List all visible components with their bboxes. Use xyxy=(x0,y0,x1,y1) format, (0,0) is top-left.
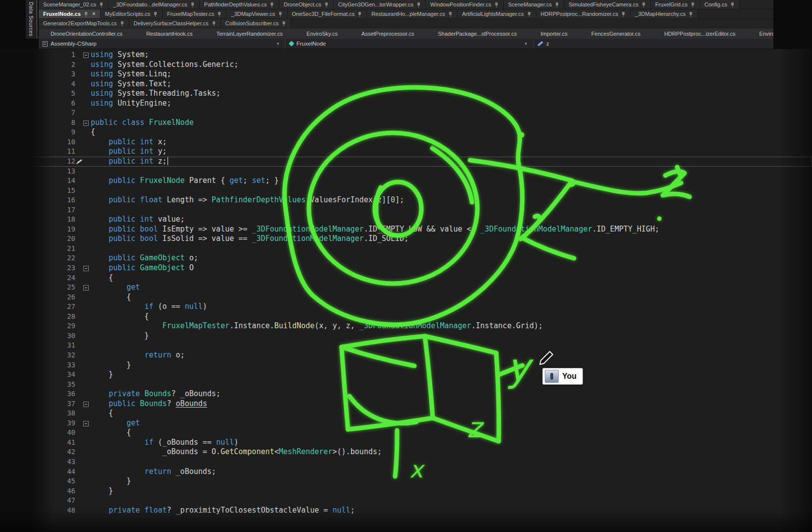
code-line[interactable]: 33 } xyxy=(0,360,812,370)
editor-tab[interactable]: CollisionSubscriber.cs xyxy=(221,19,291,28)
pin-icon[interactable] xyxy=(324,2,329,7)
chevron-down-icon[interactable]: ▾ xyxy=(277,41,281,46)
pin-icon[interactable] xyxy=(416,2,421,7)
editor-tab[interactable]: SimulatedFisheyeCamera.cs xyxy=(564,0,651,9)
code-line[interactable]: 25 get xyxy=(0,283,812,293)
code-line[interactable]: 44 return _oBounds; xyxy=(0,467,812,477)
code-line[interactable]: 34 } xyxy=(0,370,812,380)
pin-icon[interactable] xyxy=(689,11,693,17)
editor-tab[interactable]: FencesGenerator.cs xyxy=(580,28,652,39)
editor-tab[interactable]: OneSec3D_FileFormat.cs xyxy=(288,9,367,18)
editor-tab[interactable]: DeliverySurfaceClassHelper.cs xyxy=(129,19,221,28)
code-line[interactable]: 18 public int value; xyxy=(0,215,812,225)
code-line[interactable]: 8public class FruxelNode xyxy=(0,118,812,128)
editor-tab[interactable]: ArtificialLightsManager.cs xyxy=(458,9,536,18)
code-line[interactable]: 39 get xyxy=(0,418,812,428)
code-line[interactable]: 32 return o; xyxy=(0,351,812,360)
code-line[interactable]: 2using System.Collections.Generic; xyxy=(0,60,812,70)
editor-tab[interactable]: HDRPPostproc...Randomizer.cs xyxy=(536,9,631,18)
code-line[interactable]: 5using System.Threading.Tasks; xyxy=(0,89,812,99)
pin-icon[interactable] xyxy=(527,11,531,17)
editor-tab[interactable]: EnviroSky.cs xyxy=(294,28,349,39)
pin-icon[interactable] xyxy=(217,11,222,17)
editor-tab[interactable]: AssetPreprocessor.cs xyxy=(349,28,426,39)
editor-tab[interactable]: Config.cs xyxy=(700,0,740,9)
editor-tab[interactable]: _3DFoundatio...delManager.cs xyxy=(109,0,200,9)
editor-tab[interactable]: Importer.cs xyxy=(528,28,579,39)
code-line[interactable]: 29 FruxelMapTester.Instance.BuildNode(x,… xyxy=(0,321,812,331)
editor-tab[interactable]: _3DMapViewer.cs xyxy=(227,9,287,18)
code-line[interactable]: 45 } xyxy=(0,476,812,486)
editor-tab[interactable]: SceneManager_02.cs xyxy=(39,0,109,9)
pin-icon[interactable] xyxy=(212,21,216,26)
editor-tab[interactable]: DroneOrientationController.cs xyxy=(39,28,134,39)
code-line[interactable]: 21 xyxy=(0,244,812,254)
type-dropdown[interactable]: FruxelNode ▾ xyxy=(286,39,533,49)
collapse-icon[interactable] xyxy=(83,285,89,291)
editor-tab[interactable]: CityGen3DGen...torWrapper.cs xyxy=(334,0,426,9)
pin-icon[interactable] xyxy=(120,21,124,26)
project-dropdown[interactable]: Assembly-CSharp ▾ xyxy=(39,39,286,49)
pin-icon[interactable] xyxy=(494,2,499,7)
editor-tab[interactable]: HDRPPostproc...izerEditor.cs xyxy=(652,28,748,39)
pin-icon[interactable] xyxy=(282,21,286,26)
editor-tab[interactable]: WindowPositionFinder.cs xyxy=(426,0,504,9)
code-line[interactable]: 12 public int z; xyxy=(0,157,812,167)
close-icon[interactable]: × xyxy=(91,11,96,17)
editor-tab[interactable]: RestaurantHook.cs xyxy=(134,28,205,39)
collapse-icon[interactable] xyxy=(83,53,89,58)
member-dropdown[interactable]: z xyxy=(533,39,773,49)
code-line[interactable]: 35 xyxy=(0,380,812,390)
code-line[interactable]: 1using System; xyxy=(0,50,812,60)
data-sources-tab[interactable]: Data Sources xyxy=(26,0,36,39)
collapse-icon[interactable] xyxy=(83,421,89,426)
pin-icon[interactable] xyxy=(621,11,626,17)
pin-icon[interactable] xyxy=(641,2,646,7)
code-line[interactable]: 11 public int y; xyxy=(0,147,812,157)
editor-tab[interactable]: TerrainLayerRandomizer.cs xyxy=(204,28,294,39)
code-line[interactable]: 16 public float Length => PathfinderDept… xyxy=(0,195,812,205)
editor-tab[interactable]: FruxelMapTester.cs xyxy=(163,9,227,18)
pin-icon[interactable] xyxy=(84,11,88,17)
code-line[interactable]: 7 xyxy=(0,108,812,118)
code-line[interactable]: 19 public bool IsEmpty => value >= _3DFo… xyxy=(0,225,812,235)
code-line[interactable]: 26 { xyxy=(0,293,812,302)
pin-icon[interactable] xyxy=(555,2,559,7)
code-line[interactable]: 28 { xyxy=(0,312,812,322)
code-line[interactable]: 48 private float? _proximityToClosestObs… xyxy=(0,506,812,516)
code-line[interactable]: 43 xyxy=(0,457,812,467)
pin-icon[interactable] xyxy=(730,2,735,7)
code-line[interactable]: 27 if (o == null) xyxy=(0,302,812,312)
code-line[interactable]: 47 xyxy=(0,496,812,506)
code-line[interactable]: 22 public GameObject o; xyxy=(0,253,812,263)
code-line[interactable]: 4using System.Text; xyxy=(0,79,812,89)
editor-tab[interactable]: Generator2ExportMapTools.cs xyxy=(39,19,129,28)
code-line[interactable]: 42 _oBounds = O.GetComponent<MeshRendere… xyxy=(0,447,812,457)
code-editor[interactable]: 1using System;2using System.Collections.… xyxy=(0,49,812,532)
editor-tab[interactable]: DroneObject.cs xyxy=(279,0,334,9)
code-line[interactable]: 46 } xyxy=(0,486,812,496)
collapse-icon[interactable] xyxy=(83,120,89,126)
pin-icon[interactable] xyxy=(691,2,695,7)
editor-tab[interactable]: _3DMapHierarchy.cs xyxy=(631,9,698,18)
pin-icon[interactable] xyxy=(357,11,362,17)
code-line[interactable]: 31 xyxy=(0,341,812,351)
collapse-icon[interactable] xyxy=(83,266,89,271)
editor-tab[interactable]: MyEditorScripts.cs xyxy=(101,9,163,18)
code-line[interactable]: 17 xyxy=(0,205,812,215)
code-line[interactable]: 9{ xyxy=(0,127,812,137)
pin-icon[interactable] xyxy=(270,2,274,7)
code-line[interactable]: 37 public Bounds? oBounds xyxy=(0,399,812,409)
code-line[interactable]: 20 public bool IsSolid => value == _3DFo… xyxy=(0,234,812,244)
editor-tab[interactable]: PathfinderDepthValues.cs xyxy=(200,0,279,9)
editor-tab[interactable]: EnviroSkyMgr.cs xyxy=(748,28,773,39)
pin-icon[interactable] xyxy=(278,11,283,17)
code-line[interactable]: 30 } xyxy=(0,331,812,341)
editor-tab[interactable]: RestaurantHo...pleManager.cs xyxy=(367,9,458,18)
code-line[interactable]: 15 xyxy=(0,186,812,196)
code-line[interactable]: 3using System.Linq; xyxy=(0,69,812,79)
pin-icon[interactable] xyxy=(448,11,453,17)
code-line[interactable]: 24 { xyxy=(0,273,812,283)
editor-tab-active[interactable]: FruxelNode.cs× xyxy=(39,9,101,18)
chevron-down-icon[interactable]: ▾ xyxy=(524,41,529,46)
